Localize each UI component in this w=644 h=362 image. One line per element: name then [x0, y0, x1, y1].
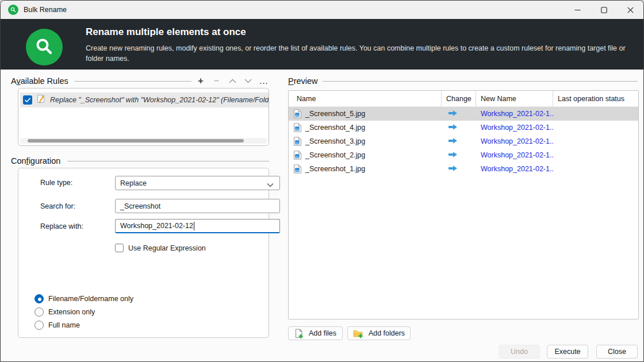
close-dialog-button[interactable]: Close [596, 345, 638, 359]
maximize-button[interactable] [591, 1, 617, 19]
configuration-panel: Rule type: Replace Search for: _Screensh… [18, 168, 269, 338]
change-arrow-icon [448, 150, 458, 160]
new-name: Workshop_2021-02-1... [476, 110, 553, 118]
remove-rule-icon[interactable]: − [211, 75, 223, 87]
column-header-status[interactable]: Last operation status [553, 91, 638, 106]
full-name-radio[interactable] [34, 321, 44, 330]
minimize-button[interactable] [564, 1, 591, 19]
scope-fullname-radio-row[interactable]: Full name [34, 321, 80, 330]
preview-separator-line [323, 81, 638, 82]
jpg-file-icon [293, 164, 302, 174]
magnifier-icon [26, 29, 63, 66]
new-name: Workshop_2021-02-1... [476, 165, 553, 173]
search-for-input[interactable]: _Screenshot [115, 199, 280, 213]
change-arrow-icon [448, 109, 458, 119]
titlebar: Bulk Rename [1, 1, 643, 19]
filename-foldername-radio[interactable] [34, 294, 44, 303]
move-rule-down-icon[interactable] [243, 75, 254, 87]
column-header-name[interactable]: Name [289, 91, 442, 106]
replace-with-label: Replace with: [40, 222, 83, 230]
configuration-separator-line [67, 161, 269, 161]
table-row[interactable]: _Screenshot_3.jpg Workshop_2021-02-1... [289, 134, 638, 148]
window-title: Bulk Rename [24, 6, 67, 14]
jpg-file-icon [293, 123, 302, 132]
jpg-file-icon [293, 137, 302, 146]
jpg-file-icon [293, 151, 302, 160]
rule-list-item[interactable]: Replace "_Screenshot" with "Workshop_202… [20, 93, 269, 107]
available-rules-heading: Available Rules [11, 76, 68, 86]
dialog-description: Create new renaming rules, modify existi… [86, 43, 633, 64]
execute-button[interactable]: Execute [547, 345, 588, 359]
table-row[interactable]: _Screenshot_4.jpg Workshop_2021-02-1... [289, 121, 638, 134]
table-row[interactable]: _Screenshot_1.jpg Workshop_2021-02-1... [289, 162, 638, 176]
add-rule-icon[interactable]: + [195, 75, 206, 87]
file-name: _Screenshot_5.jpg [305, 110, 365, 118]
use-regex-checkbox-row[interactable]: Use Regular Expression [115, 244, 206, 252]
table-row[interactable]: _Screenshot_5.jpg Workshop_2021-02-1... [289, 107, 638, 121]
use-regex-label: Use Regular Expression [128, 244, 206, 252]
search-for-label: Search for: [40, 202, 75, 210]
configuration-heading: Configuration [11, 156, 60, 165]
scrollbar-thumb[interactable] [28, 139, 244, 143]
preview-heading: Preview [288, 76, 318, 86]
file-name: _Screenshot_3.jpg [305, 137, 365, 145]
preview-table-header: Name Change New Name Last operation stat… [289, 91, 638, 107]
bulk-rename-window: Bulk Rename Rename multiple elements at … [0, 0, 644, 362]
header-banner: Rename multiple elements at once Create … [1, 19, 643, 70]
new-name: Workshop_2021-02-1... [476, 137, 553, 145]
rules-toolbar: + − … [195, 75, 270, 87]
rule-enabled-checkbox[interactable] [23, 95, 32, 105]
scope-extension-radio-row[interactable]: Extension only [34, 307, 95, 317]
filename-foldername-label: Filename/Foldername only [48, 295, 133, 303]
file-name: _Screenshot_2.jpg [305, 151, 365, 159]
app-logo-magnifier-icon [8, 5, 18, 15]
use-regex-checkbox[interactable] [115, 244, 124, 252]
change-arrow-icon [448, 164, 458, 174]
full-name-label: Full name [48, 321, 80, 329]
add-folders-button[interactable]: Add folders [347, 326, 411, 340]
add-folder-icon [353, 329, 363, 338]
add-file-icon [294, 329, 304, 338]
rule-type-dropdown[interactable]: Replace [115, 176, 280, 190]
rule-type-label: Rule type: [40, 179, 72, 187]
rules-list[interactable]: Replace "_Screenshot" with "Workshop_202… [18, 88, 269, 146]
dialog-title: Rename multiple elements at once [86, 26, 246, 38]
undo-button[interactable]: Undo [499, 345, 540, 359]
extension-only-label: Extension only [48, 308, 95, 316]
new-name: Workshop_2021-02-1... [476, 124, 553, 132]
preview-table: Name Change New Name Last operation stat… [288, 90, 639, 319]
column-header-new-name[interactable]: New Name [476, 91, 553, 106]
chevron-down-icon [267, 181, 274, 189]
new-name: Workshop_2021-02-1... [476, 151, 553, 159]
file-name: _Screenshot_4.jpg [305, 124, 365, 132]
change-arrow-icon [448, 136, 458, 147]
extension-only-radio[interactable] [34, 307, 44, 317]
rules-separator-line [74, 81, 191, 82]
file-name: _Screenshot_1.jpg [305, 165, 365, 173]
edit-rule-icon [36, 94, 45, 106]
change-arrow-icon [448, 122, 458, 133]
column-header-change[interactable]: Change [442, 91, 476, 106]
rule-description-text: Replace "_Screenshot" with "Workshop_202… [50, 96, 269, 104]
more-options-icon[interactable]: … [258, 75, 270, 87]
table-row[interactable]: _Screenshot_2.jpg Workshop_2021-02-1... [289, 148, 638, 162]
add-files-button[interactable]: Add files [288, 326, 343, 340]
scope-filename-radio-row[interactable]: Filename/Foldername only [34, 294, 133, 303]
move-rule-up-icon[interactable] [227, 75, 238, 87]
text-cursor [194, 222, 194, 230]
close-button[interactable] [617, 1, 643, 19]
jpg-file-icon [293, 109, 302, 118]
replace-with-input[interactable]: Workshop_2021-02-12 [115, 219, 280, 233]
rules-horizontal-scrollbar[interactable] [20, 138, 267, 144]
